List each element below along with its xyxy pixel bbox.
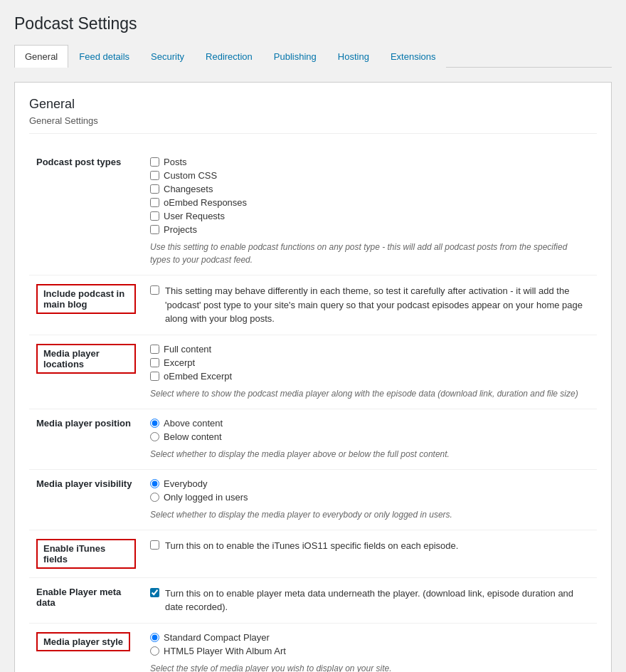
tab-general[interactable]: General xyxy=(14,45,68,68)
checkbox-custom-css[interactable] xyxy=(150,171,159,180)
enable-itunes-row: Turn this on to enable the iTunes iOS11 … xyxy=(150,539,590,553)
label-changesets: Changesets xyxy=(164,184,213,194)
checkbox-item-custom-css: Custom CSS xyxy=(150,170,590,181)
help-media-player-locations: Select where to show the podcast media p… xyxy=(150,387,590,400)
label-oembed-excerpt: oEmbed Excerpt xyxy=(164,371,232,382)
field-podcast-post-types: Posts Custom CSS Changesets oEmbed Respo… xyxy=(143,148,597,275)
radio-item-logged-in: Only logged in users xyxy=(150,492,590,503)
row-enable-itunes: Enable iTunes fields Turn this on to ena… xyxy=(29,530,597,577)
checkbox-projects[interactable] xyxy=(150,225,159,234)
radio-above-content[interactable] xyxy=(150,419,159,428)
radio-item-above-content: Above content xyxy=(150,418,590,429)
help-media-player-visibility: Select whether to display the media play… xyxy=(150,508,590,521)
help-media-player-style: Select the style of media player you wis… xyxy=(150,662,590,673)
highlighted-label-media-player-locations: Media player locations xyxy=(36,344,136,374)
help-media-player-position: Select whether to display the media play… xyxy=(150,448,590,461)
checkbox-item-user-requests: User Requests xyxy=(150,211,590,221)
row-media-player-position: Media player position Above content Belo… xyxy=(29,409,597,469)
field-media-player-style: Standard Compact Player HTML5 Player Wit… xyxy=(143,623,597,672)
checkbox-item-posts: Posts xyxy=(150,157,590,167)
checkbox-item-changesets: Changesets xyxy=(150,184,590,194)
tab-bar: General Feed details Security Redirectio… xyxy=(14,44,612,68)
label-oembed: oEmbed Responses xyxy=(164,197,247,208)
checkbox-enable-player-meta[interactable] xyxy=(150,588,159,597)
checkbox-oembed-excerpt[interactable] xyxy=(150,372,159,381)
radio-item-everybody: Everybody xyxy=(150,478,590,489)
checkbox-item-oembed-excerpt: oEmbed Excerpt xyxy=(150,371,590,382)
label-media-player-style: Media player style xyxy=(29,623,143,672)
radio-everybody[interactable] xyxy=(150,479,159,488)
field-media-player-visibility: Everybody Only logged in users Select wh… xyxy=(143,469,597,530)
row-podcast-post-types: Podcast post types Posts Custom CSS Chan… xyxy=(29,148,597,275)
checkbox-user-requests[interactable] xyxy=(150,211,159,221)
row-media-player-locations: Media player locations Full content Exce… xyxy=(29,335,597,409)
tab-security[interactable]: Security xyxy=(140,45,195,68)
highlighted-label-media-player-style: Media player style xyxy=(36,632,130,651)
include-podcast-description: This setting may behave differently in e… xyxy=(165,284,590,326)
label-posts: Posts xyxy=(164,157,187,167)
row-enable-player-meta: Enable Player meta data Turn this on to … xyxy=(29,577,597,623)
checkbox-item-full-content: Full content xyxy=(150,344,590,355)
checkbox-full-content[interactable] xyxy=(150,345,159,354)
field-enable-itunes: Turn this on to enable the iTunes iOS11 … xyxy=(143,530,597,577)
radio-logged-in[interactable] xyxy=(150,493,159,502)
label-media-player-position: Media player position xyxy=(29,409,143,469)
label-logged-in: Only logged in users xyxy=(164,492,248,503)
row-media-player-style: Media player style Standard Compact Play… xyxy=(29,623,597,672)
checkbox-posts[interactable] xyxy=(150,157,159,167)
tab-extensions[interactable]: Extensions xyxy=(380,45,447,68)
label-above-content: Above content xyxy=(164,418,223,429)
checkbox-enable-itunes[interactable] xyxy=(150,540,159,550)
enable-itunes-description: Turn this on to enable the iTunes iOS11 … xyxy=(165,539,458,553)
label-media-player-locations: Media player locations xyxy=(29,335,143,409)
checkbox-excerpt[interactable] xyxy=(150,358,159,367)
label-projects: Projects xyxy=(164,224,197,235)
field-media-player-position: Above content Below content Select wheth… xyxy=(143,409,597,469)
label-full-content: Full content xyxy=(164,344,211,355)
section-title: General xyxy=(29,97,597,112)
tab-feed-details[interactable]: Feed details xyxy=(68,45,140,68)
label-standard-player: Standard Compact Player xyxy=(164,632,270,643)
label-everybody: Everybody xyxy=(164,478,207,489)
page-title: Podcast Settings xyxy=(14,14,612,33)
field-enable-player-meta: Turn this on to enable player meta data … xyxy=(143,577,597,623)
enable-player-meta-row: Turn this on to enable player meta data … xyxy=(150,587,590,614)
field-include-podcast: This setting may behave differently in e… xyxy=(143,275,597,335)
tab-redirection[interactable]: Redirection xyxy=(195,45,263,68)
radio-item-standard-player: Standard Compact Player xyxy=(150,632,590,643)
radio-below-content[interactable] xyxy=(150,432,159,441)
row-include-podcast: Include podcast in main blog This settin… xyxy=(29,275,597,335)
checkbox-include-podcast[interactable] xyxy=(150,285,159,295)
radio-html5-player[interactable] xyxy=(150,646,159,656)
checkbox-oembed[interactable] xyxy=(150,198,159,207)
label-excerpt: Excerpt xyxy=(164,357,195,368)
label-podcast-post-types: Podcast post types xyxy=(29,148,143,275)
tab-hosting[interactable]: Hosting xyxy=(327,45,380,68)
settings-table: Podcast post types Posts Custom CSS Chan… xyxy=(29,148,597,672)
radio-standard-player[interactable] xyxy=(150,633,159,642)
checkbox-item-projects: Projects xyxy=(150,224,590,235)
help-podcast-post-types: Use this setting to enable podcast funct… xyxy=(150,241,590,266)
label-media-player-visibility: Media player visibility xyxy=(29,469,143,530)
tab-publishing[interactable]: Publishing xyxy=(263,45,327,68)
label-below-content: Below content xyxy=(164,431,222,442)
checkbox-item-excerpt: Excerpt xyxy=(150,357,590,368)
highlighted-label-enable-itunes: Enable iTunes fields xyxy=(36,539,136,569)
settings-content: General General Settings Podcast post ty… xyxy=(14,82,612,672)
label-enable-itunes: Enable iTunes fields xyxy=(29,530,143,577)
checkbox-item-oembed: oEmbed Responses xyxy=(150,197,590,208)
row-media-player-visibility: Media player visibility Everybody Only l… xyxy=(29,469,597,530)
label-user-requests: User Requests xyxy=(164,211,225,221)
label-include-podcast: Include podcast in main blog xyxy=(29,275,143,335)
label-enable-player-meta: Enable Player meta data xyxy=(29,577,143,623)
label-custom-css: Custom CSS xyxy=(164,170,217,181)
radio-item-html5-player: HTML5 Player With Album Art xyxy=(150,646,590,656)
highlighted-label-include-podcast: Include podcast in main blog xyxy=(36,284,136,314)
label-html5-player: HTML5 Player With Album Art xyxy=(164,646,286,656)
field-media-player-locations: Full content Excerpt oEmbed Excerpt Sele… xyxy=(143,335,597,409)
include-podcast-row: This setting may behave differently in e… xyxy=(150,284,590,326)
section-subtitle: General Settings xyxy=(29,115,597,134)
radio-item-below-content: Below content xyxy=(150,431,590,442)
checkbox-changesets[interactable] xyxy=(150,184,159,194)
enable-player-meta-description: Turn this on to enable player meta data … xyxy=(165,587,590,614)
